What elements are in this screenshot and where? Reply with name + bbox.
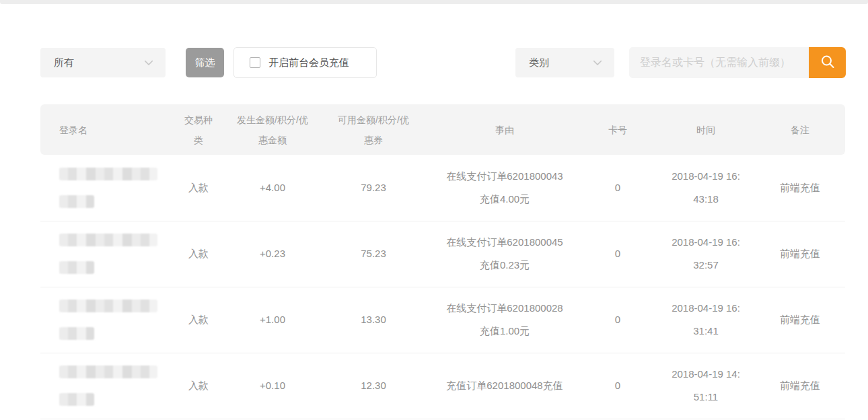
cell-note: 前端充值 <box>755 221 845 287</box>
col-header-note: 备注 <box>755 104 845 155</box>
col-header-time: 时间 <box>657 104 755 155</box>
redacted-username <box>59 234 157 246</box>
cell-time: 2018-04-19 16:43:18 <box>657 155 755 221</box>
category-filter-value: 类别 <box>529 57 549 69</box>
checkbox-icon[interactable] <box>250 57 260 68</box>
cell-amount-available: 12.30 <box>316 353 431 419</box>
recharge-records-table: 登录名 交易种类 发生金额/积分/优惠金额 可用金额/积分/优惠券 事由 卡号 … <box>40 104 845 419</box>
table-row: 入款 +0.23 75.23 在线支付订单6201800045充值0.23元 0… <box>40 221 845 287</box>
type-filter-select[interactable]: 所有 <box>40 48 166 77</box>
front-desk-recharge-toggle[interactable]: 开启前台会员充值 <box>233 47 377 78</box>
cell-login-name <box>40 353 168 419</box>
chevron-down-icon <box>591 57 604 69</box>
cell-note: 前端充值 <box>755 155 845 221</box>
table-row: 入款 +1.00 13.30 在线支付订单6201800028充值1.00元 0… <box>40 287 845 353</box>
cell-card-number: 0 <box>579 221 657 287</box>
search-box <box>629 47 846 78</box>
cell-amount-available: 75.23 <box>316 221 431 287</box>
cell-time: 2018-04-19 14:51:11 <box>657 353 755 419</box>
redacted-username <box>59 168 157 180</box>
cell-card-number: 0 <box>579 353 657 419</box>
col-header-transaction-type: 交易种类 <box>168 104 229 155</box>
col-header-amount-available: 可用金额/积分/优惠券 <box>316 104 431 155</box>
top-edge-strip <box>0 0 868 4</box>
search-input[interactable] <box>629 47 809 78</box>
table-row: 入款 +0.10 12.30 充值订单6201800048充值 0 2018-0… <box>40 353 845 419</box>
cell-transaction-type: 入款 <box>168 287 229 353</box>
col-header-login-name: 登录名 <box>40 104 168 155</box>
table-header: 登录名 交易种类 发生金额/积分/优惠金额 可用金额/积分/优惠券 事由 卡号 … <box>40 104 845 155</box>
redacted-username <box>59 327 94 340</box>
cell-transaction-type: 入款 <box>168 221 229 287</box>
cell-amount-changed: +1.00 <box>229 287 316 353</box>
cell-reason: 充值订单6201800048充值 <box>431 353 579 419</box>
type-filter-value: 所有 <box>54 57 74 69</box>
cell-reason: 在线支付订单6201800028充值1.00元 <box>431 287 579 353</box>
table-body: 入款 +4.00 79.23 在线支付订单6201800043充值4.00元 0… <box>40 155 845 419</box>
search-icon <box>819 53 836 73</box>
search-button[interactable] <box>809 47 846 78</box>
cell-login-name <box>40 287 168 353</box>
redacted-username <box>59 195 94 208</box>
cell-transaction-type: 入款 <box>168 353 229 419</box>
cell-reason: 在线支付订单6201800043充值4.00元 <box>431 155 579 221</box>
cell-note: 前端充值 <box>755 353 845 419</box>
col-header-card-number: 卡号 <box>579 104 657 155</box>
redacted-username <box>59 393 94 406</box>
cell-amount-available: 13.30 <box>316 287 431 353</box>
filter-button[interactable]: 筛选 <box>186 48 224 77</box>
col-header-amount-changed: 发生金额/积分/优惠金额 <box>229 104 316 155</box>
col-header-reason: 事由 <box>431 104 579 155</box>
cell-note: 前端充值 <box>755 287 845 353</box>
cell-amount-changed: +4.00 <box>229 155 316 221</box>
cell-card-number: 0 <box>579 287 657 353</box>
cell-card-number: 0 <box>579 155 657 221</box>
cell-amount-available: 79.23 <box>316 155 431 221</box>
toolbar: 所有 筛选 开启前台会员充值 类别 <box>40 47 846 78</box>
redacted-username <box>59 365 157 378</box>
cell-time: 2018-04-19 16:31:41 <box>657 287 755 353</box>
cell-login-name <box>40 221 168 287</box>
table-row: 入款 +4.00 79.23 在线支付订单6201800043充值4.00元 0… <box>40 155 845 221</box>
cell-reason: 在线支付订单6201800045充值0.23元 <box>431 221 579 287</box>
cell-time: 2018-04-19 16:32:57 <box>657 221 755 287</box>
redacted-username <box>59 261 94 274</box>
cell-transaction-type: 入款 <box>168 155 229 221</box>
cell-amount-changed: +0.10 <box>229 353 316 419</box>
cell-amount-changed: +0.23 <box>229 221 316 287</box>
checkbox-label: 开启前台会员充值 <box>268 57 349 69</box>
redacted-username <box>59 300 157 312</box>
category-filter-select[interactable]: 类别 <box>515 48 614 77</box>
cell-login-name <box>40 155 168 221</box>
chevron-down-icon <box>143 57 155 69</box>
